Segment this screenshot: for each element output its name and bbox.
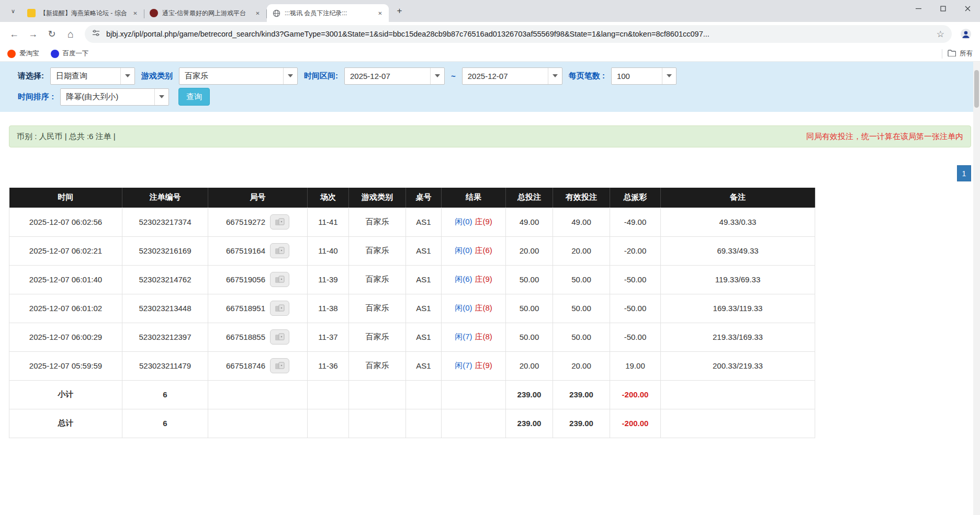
filter-row-2: 时间排序 : 降幂(由大到小) 查询 <box>18 86 980 107</box>
query-type-dropdown[interactable]: 日期查询 <box>50 67 135 85</box>
close-window-button[interactable] <box>955 0 980 17</box>
chevron-down-icon[interactable] <box>430 68 444 84</box>
sum-cell <box>208 409 308 438</box>
column-header: 备注 <box>661 188 815 208</box>
cell-total-bet[interactable]: 50.00 <box>506 323 553 351</box>
bookmark-star-icon[interactable] <box>937 29 944 40</box>
result-player: 闲(0) <box>455 246 472 255</box>
round-replay-icon[interactable] <box>270 358 289 373</box>
round-replay-icon[interactable] <box>270 272 289 287</box>
tab-close-icon[interactable] <box>131 9 140 18</box>
cell-round: 667518855 <box>208 323 308 351</box>
cell-table: AS1 <box>406 208 442 236</box>
cell-valid-bet: 20.00 <box>553 236 610 265</box>
vertical-scrollbar[interactable] <box>973 62 980 515</box>
cell-payout: -50.00 <box>610 265 661 294</box>
chevron-down-icon[interactable] <box>283 68 297 84</box>
cell-total-bet[interactable]: 20.00 <box>506 236 553 265</box>
bookmark-baidu[interactable]: 百度一下 <box>51 49 89 58</box>
tab-tongbao[interactable]: 通宝-信誉最好的网上游戏平台 <box>144 4 266 22</box>
cell-session: 11-40 <box>308 236 349 265</box>
page-size-dropdown[interactable]: 100 <box>611 67 677 85</box>
cell-game-type: 百家乐 <box>349 323 406 351</box>
table-row: 2025-12-07 06:00:29523023212397667518855… <box>9 323 815 351</box>
cell-session: 11-38 <box>308 294 349 323</box>
round-number: 667519272 <box>226 218 265 226</box>
round-number: 667518746 <box>226 361 265 370</box>
sum-cell: -200.00 <box>610 380 661 409</box>
tab-title: 通宝-信誉最好的网上游戏平台 <box>162 9 249 18</box>
tab-title: :::视讯 会员下注纪录::: <box>285 9 371 18</box>
tab-close-icon[interactable] <box>376 9 385 18</box>
table-header-row: 时间注单编号局号场次游戏类别桌号结果总投注有效投注总派彩备注 <box>9 188 815 208</box>
round-number: 667519164 <box>226 246 265 255</box>
cell-game-type: 百家乐 <box>349 208 406 236</box>
reload-button[interactable] <box>43 25 61 43</box>
cell-round: 667518951 <box>208 294 308 323</box>
result-player: 闲(7) <box>455 332 472 341</box>
chevron-down-icon[interactable] <box>154 89 168 105</box>
chevron-down-icon[interactable] <box>548 68 562 84</box>
page-size-label: 每页笔数 : <box>569 71 605 81</box>
column-header: 场次 <box>308 188 349 208</box>
cell-time: 2025-12-07 05:59:59 <box>9 351 122 380</box>
sort-dropdown[interactable]: 降幂(由大到小) <box>60 88 169 106</box>
tab-close-icon[interactable] <box>253 9 262 18</box>
cell-valid-bet: 50.00 <box>553 323 610 351</box>
cell-total-bet[interactable]: 50.00 <box>506 265 553 294</box>
bookmarks-divider <box>942 49 942 59</box>
date-to-picker[interactable]: 2025-12-07 <box>462 67 562 85</box>
cell-total-bet[interactable]: 49.00 <box>506 208 553 236</box>
round-replay-icon[interactable] <box>270 214 289 230</box>
tab-search-chevron-icon[interactable]: ∨ <box>6 4 20 18</box>
cell-note: 169.33/119.33 <box>661 294 815 323</box>
cell-valid-bet: 50.00 <box>553 294 610 323</box>
query-button[interactable]: 查询 <box>178 88 210 106</box>
cell-table: AS1 <box>406 236 442 265</box>
new-tab-button[interactable]: + <box>392 4 407 18</box>
round-replay-icon[interactable] <box>270 301 289 316</box>
sort-label: 时间排序 : <box>18 92 54 102</box>
maximize-button[interactable] <box>931 0 955 17</box>
url-field[interactable]: bjbj.xyz/ipl/portal.php/game/betrecord_s… <box>85 25 952 43</box>
table-body: 2025-12-07 06:02:56523023217374667519272… <box>9 208 815 438</box>
result-player: 闲(6) <box>455 274 472 283</box>
back-button[interactable] <box>5 25 23 43</box>
profile-avatar[interactable] <box>957 25 975 43</box>
cell-total-bet[interactable]: 20.00 <box>506 351 553 380</box>
all-bookmarks-folder[interactable]: 所有 <box>948 49 973 58</box>
tab-forum[interactable]: 【新提醒】海燕策略论坛 - 综合... <box>22 4 144 22</box>
sum-cell <box>308 409 349 438</box>
cell-result: 闲(0)庄(8) <box>442 294 506 323</box>
page-size-value: 100 <box>612 72 635 81</box>
cell-valid-bet: 49.00 <box>553 208 610 236</box>
site-info-icon[interactable] <box>92 29 100 39</box>
bookmark-taobao[interactable]: 爱淘宝 <box>7 49 39 58</box>
game-type-dropdown[interactable]: 百家乐 <box>179 67 298 85</box>
url-text[interactable]: bjbj.xyz/ipl/portal.php/game/betrecord_s… <box>106 30 930 38</box>
cell-payout: 19.00 <box>610 351 661 380</box>
forum-favicon-icon <box>27 9 36 17</box>
home-button[interactable] <box>62 25 80 43</box>
cell-game-type: 百家乐 <box>349 236 406 265</box>
minimize-button[interactable] <box>906 0 931 17</box>
cell-total-bet[interactable]: 50.00 <box>506 294 553 323</box>
cell-note: 200.33/219.33 <box>661 351 815 380</box>
column-header: 注单编号 <box>122 188 208 208</box>
cell-round: 667519272 <box>208 208 308 236</box>
cell-note: 119.33/69.33 <box>661 265 815 294</box>
page-button-1[interactable]: 1 <box>957 165 971 181</box>
scrollbar-thumb[interactable] <box>974 70 979 108</box>
round-replay-icon[interactable] <box>270 329 289 345</box>
tab-bet-records-active[interactable]: :::视讯 会员下注纪录::: <box>267 4 389 22</box>
table-row: 2025-12-07 06:02:21523023216169667519164… <box>9 236 815 265</box>
chevron-down-icon[interactable] <box>120 68 134 84</box>
date-from-picker[interactable]: 2025-12-07 <box>344 67 445 85</box>
round-replay-icon[interactable] <box>270 243 289 258</box>
table-row: 2025-12-07 06:01:40523023214762667519056… <box>9 265 815 294</box>
sum-cell <box>406 409 442 438</box>
forward-button[interactable] <box>24 25 42 43</box>
cell-round: 667519164 <box>208 236 308 265</box>
address-bar: bjbj.xyz/ipl/portal.php/game/betrecord_s… <box>0 22 980 46</box>
chevron-down-icon[interactable] <box>662 68 676 84</box>
